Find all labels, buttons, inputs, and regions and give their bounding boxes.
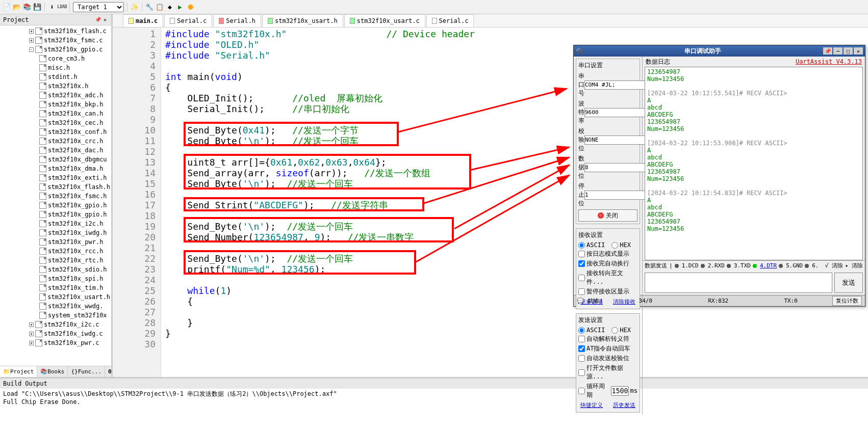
tree-item[interactable]: stm32f10x_dac.h [38,146,111,155]
send-header: 数据发送 | 1.DCD 2.RXD 3.TXD 4.DTR 5.GND 6. … [643,260,865,270]
tree-item[interactable]: +stm32f10x_fsmc.c [28,36,111,45]
send-hex-radio[interactable] [611,327,618,334]
receive-log[interactable]: 123654987Num=123456 [2024-03-22 10:12:53… [645,67,863,260]
maximize-button[interactable]: □ [844,47,853,55]
tree-item[interactable]: stm32f10x_rtc.h [38,256,111,265]
tree-item[interactable]: stm32f10x_cec.h [38,118,111,127]
tree-item[interactable]: -stm32f10x_gpio.c [28,45,111,54]
tree-item[interactable]: core_cm3.h [38,54,111,63]
tree-item[interactable]: misc.h [38,63,111,72]
send-opt-1[interactable] [578,345,585,352]
tree-item[interactable]: stm32f10x_exti.h [38,173,111,182]
log-title: 数据日志 [646,58,670,66]
tree-item[interactable]: stm32f10x_dbgmcu [38,155,111,164]
tree-item[interactable]: stm32f10x_tim.h [38,283,111,292]
file-tab[interactable]: Serial.c [426,14,474,27]
send-opt-0[interactable] [578,336,585,342]
tree-item[interactable]: stm32f10x_wwdg. [38,302,111,311]
close-port-button[interactable]: 关闭 [578,209,637,222]
tree-item[interactable]: stm32f10x_sdio.h [38,265,111,274]
main-toolbar: 📄 📂 📚 💾 ⬇ LOAD Target 1 ✨ 🔧 📋 ◆ ▶ ⬣ [0,0,868,14]
recv-opt-2[interactable] [578,275,585,281]
project-tab-books[interactable]: 📚 Books [37,366,68,377]
save-icon[interactable]: 💾 [33,3,41,11]
options-icon[interactable]: 🔧 [145,3,154,11]
connection-led-icon [598,212,604,219]
recv-hex-radio[interactable] [611,242,618,249]
file-tab[interactable]: stm32f10x_usart.h [262,14,343,27]
project-bottom-tabs: 📁 Project 📚 Books {} Func... 0. Temp... [0,366,111,377]
pin-button[interactable]: 📌 [823,47,832,55]
close-panel-icon[interactable]: ✕ [102,17,108,23]
project-header: Project 📌✕ [0,14,111,25]
run-icon[interactable]: ▶ [176,3,184,11]
file-tab[interactable]: Serial.h [213,14,261,27]
tree-item[interactable]: stm32f10x_fsmc.h [38,192,111,201]
file-tab[interactable]: stm32f10x_usart.c [344,14,425,27]
recv-ascii-radio[interactable] [578,242,585,249]
project-tab-project[interactable]: 📁 Project [0,366,37,377]
send-ascii-radio[interactable] [578,327,585,334]
project-tree[interactable]: +stm32f10x_flash.c+stm32f10x_fsmc.c-stm3… [0,25,111,366]
tree-item[interactable]: stm32f10x_flash.h [38,182,111,192]
send-textarea[interactable] [645,273,832,293]
loop-check[interactable] [578,388,585,394]
file-tab[interactable]: Serial.c [164,14,212,27]
tree-item[interactable]: stm32f10x_rcc.h [38,247,111,256]
target-select[interactable]: Target 1 [73,2,124,12]
clear-btn-1[interactable]: √ 清除 [825,262,843,269]
tree-item[interactable]: stm32f10x.h [38,82,111,91]
reset-counter-button[interactable]: 复位计数 [832,296,862,306]
send-opt-3[interactable] [578,369,585,376]
build-output-body[interactable]: Load "C:\\Users\\asus\\Desktop\\STM32Pro… [0,389,868,407]
tree-item[interactable]: stm32f10x_spi.h [38,274,111,283]
tree-item[interactable]: stm32f10x_iwdg.h [38,228,111,237]
loop-value-input[interactable] [611,386,629,396]
wand-icon[interactable]: ✨ [131,3,139,11]
tree-item[interactable]: stm32f10x_gpio.h [38,210,111,219]
tree-item[interactable]: stm32f10x_can.h [38,109,111,118]
recv-opt-1[interactable] [578,260,585,267]
serial-titlebar[interactable]: 🔌 串口调试助手 📌 − □ ✕ [574,45,865,57]
tree-item[interactable]: +stm32f10x_i2c.c [28,320,111,329]
dtr-link[interactable]: 4.DTR [760,262,777,269]
manage-icon[interactable]: 📋 [156,3,164,11]
tree-item[interactable]: stm32f10x_usart.h [38,292,111,302]
send-button[interactable]: 发送 [834,273,863,293]
tree-item[interactable]: stm32f10x_adc.h [38,91,111,100]
tree-item[interactable]: +stm32f10x_pwr.c [28,338,111,347]
send-history-link[interactable]: 历史发送 [613,401,635,409]
tree-item[interactable]: stm32f10x_conf.h [38,127,111,137]
project-tab-functions[interactable]: {} Func... [68,366,105,377]
tree-item[interactable]: stdint.h [38,72,111,82]
tree-item[interactable]: +stm32f10x_iwdg.c [28,329,111,338]
close-button[interactable]: ✕ [854,47,863,55]
load-icon[interactable]: LOAD [58,3,66,11]
file-tab[interactable]: main.c [123,14,163,27]
minimize-button[interactable]: − [833,47,843,55]
version-link[interactable]: UartAssist V4.3.13 [796,58,862,65]
tree-item[interactable]: stm32f10x_dma.h [38,164,111,173]
clear-btn-2[interactable]: ✦ 清除 [845,262,863,269]
send-opt-2[interactable] [578,355,585,362]
stop-icon[interactable]: ⬣ [186,3,194,11]
port-settings-group: 串口设置 串口号 波特率 校验位 数据位 停止位 关闭 [576,59,640,224]
debug-icon[interactable]: ◆ [166,3,174,11]
tree-item[interactable]: system_stm32f10x [38,311,111,320]
tree-item[interactable]: stm32f10x_i2c.h [38,219,111,228]
new-icon[interactable]: 📄 [3,3,11,11]
send-quick-link[interactable]: 快捷定义 [580,401,603,409]
project-panel: Project 📌✕ +stm32f10x_flash.c+stm32f10x_… [0,14,113,377]
tree-item[interactable]: stm32f10x_crc.h [38,137,111,146]
tree-item[interactable]: stm32f10x_pwr.h [38,237,111,247]
recv-opt-3[interactable] [578,288,585,295]
build-icon[interactable]: ⬇ [48,3,56,11]
tree-item[interactable]: stm32f10x_gpio.h [38,201,111,210]
tree-item[interactable]: +stm32f10x_flash.c [28,26,111,36]
tree-item[interactable]: stm32f10x_bkp.h [38,100,111,109]
books-icon[interactable]: 📚 [23,3,31,11]
pin-icon[interactable]: 📌 [95,17,101,23]
open-icon[interactable]: 📂 [13,3,21,11]
recv-opt-0[interactable] [578,251,585,257]
serial-title-text: 串口调试助手 [583,47,822,56]
